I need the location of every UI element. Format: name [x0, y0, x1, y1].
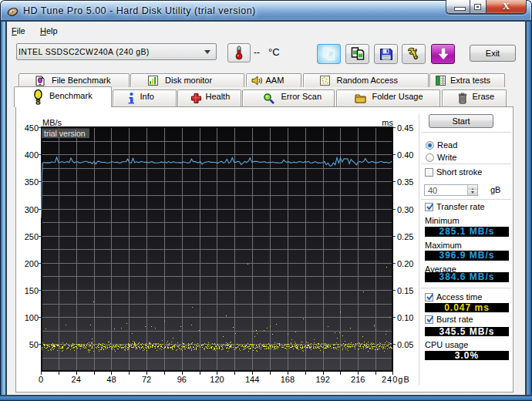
svg-text:trial version: trial version — [44, 129, 86, 138]
